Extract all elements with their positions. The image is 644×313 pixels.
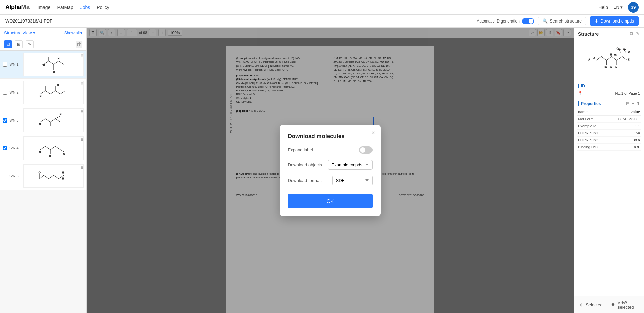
chevron-down-icon: ▾ (80, 31, 82, 35)
id-value-row: 📍 No.1 of Page 1 (578, 91, 640, 95)
structure-item-1[interactable]: S/N:1 O O N (0, 51, 86, 79)
plus-icon: ⊕ (580, 302, 584, 307)
nav-image[interactable]: Image (38, 5, 51, 10)
svg-text:N: N (60, 113, 61, 115)
prop-table-header: name value (577, 108, 641, 116)
download-objects-label: Download objects: (288, 162, 324, 167)
svg-text:N: N (610, 53, 612, 56)
structure-item-5[interactable]: S/N:5 O N H (0, 162, 86, 190)
svg-text:A: A (588, 58, 590, 61)
svg-line-1 (49, 61, 54, 64)
expand-label-toggle[interactable] (359, 146, 373, 154)
structure-image-4: O N H (23, 136, 84, 160)
modal-ok-button[interactable]: OK (288, 194, 373, 208)
export-property-icon[interactable]: ⬆ (636, 101, 640, 106)
svg-line-63 (606, 56, 611, 60)
download-objects-select[interactable]: Example cmpds All cmpds Selected cmpds (328, 160, 373, 170)
help-button[interactable]: Help (598, 5, 608, 10)
structure-checkbox-4[interactable] (3, 146, 7, 150)
edit-structure-icon[interactable]: ✎ (636, 31, 640, 37)
selected-button[interactable]: ⊕ Selected (574, 296, 609, 313)
zoom-icon-3[interactable]: ⊕ (80, 109, 84, 114)
prop-row-3: FLIPR hOx2 38 a (577, 137, 641, 144)
structure-checkbox-3[interactable] (3, 118, 7, 123)
svg-line-14 (60, 91, 65, 94)
nav-jobs[interactable]: Jobs (80, 5, 90, 10)
structure-label-2: S/N:2 (9, 90, 21, 94)
prop-value-3: 38 a (633, 138, 640, 142)
nav-links: Image PatMap Jobs Policy (38, 5, 109, 10)
user-avatar[interactable]: 39 (628, 2, 639, 13)
structure-item-4[interactable]: S/N:4 O N H (0, 134, 86, 162)
modal-expand-label-row: Expand label (288, 146, 373, 154)
svg-text:N: N (39, 123, 41, 125)
svg-line-21 (50, 119, 55, 122)
structure-item-2[interactable]: S/N:2 N H (0, 79, 86, 106)
download-format-select[interactable]: SDF MOL CSV (332, 176, 373, 185)
right-panel-icons: ⧉ ✎ (630, 31, 640, 37)
prop-name-4: Binding I hC (578, 145, 634, 149)
structure-checkbox-2[interactable] (3, 90, 7, 95)
center-area: ☰ 🔍 ↑ ↓ of 98 − + 100% ⤢ 📂 🖨 🔖 ⋯ (87, 28, 574, 313)
svg-line-29 (50, 146, 55, 150)
zoom-icon-1[interactable]: ⊕ (80, 53, 84, 58)
properties-table: name value Mol Formul: C15H3N2C... Examp… (574, 108, 644, 151)
view-selected-button[interactable]: 👁 View selected (609, 296, 644, 313)
nav-patmap[interactable]: PatMap (57, 5, 73, 10)
prop-value-4: n d. (634, 145, 640, 149)
prop-icons: ⊟ + ⬆ (626, 101, 640, 106)
download-format-label: Download format: (288, 178, 328, 183)
svg-line-28 (45, 146, 50, 150)
expand-label-text: Expand label (288, 147, 355, 152)
checkbox-tool-btn[interactable]: ☑ (4, 40, 12, 48)
add-property-icon[interactable]: + (632, 101, 634, 106)
properties-header: Properties ⊟ + ⬆ (574, 99, 644, 108)
svg-text:H: H (62, 177, 64, 180)
grid-tool-btn[interactable]: ⊞ (15, 40, 23, 48)
svg-line-64 (611, 56, 616, 60)
eye-icon: 👁 (611, 302, 615, 307)
svg-line-32 (60, 150, 64, 152)
structure-image-2: N H (23, 81, 84, 104)
edit-tool-btn[interactable]: ✎ (26, 40, 34, 48)
right-panel-title: Structure (578, 31, 627, 37)
zoom-icon-5[interactable]: ⊕ (80, 165, 84, 170)
svg-text:N: N (58, 57, 59, 60)
structure-item-3[interactable]: S/N:3 N N (0, 106, 86, 134)
delete-tool-btn[interactable]: 🗑 (76, 41, 82, 48)
prop-col-value: value (631, 110, 640, 114)
modal-overlay: Download molecules × Expand label Downlo… (87, 28, 574, 313)
show-all-button[interactable]: Show all ▾ (64, 31, 82, 35)
modal-close-button[interactable]: × (371, 130, 375, 137)
download-cmpds-button[interactable]: ⬇ Download cmpds (590, 16, 639, 26)
right-sidebar: Structure ⧉ ✎ A (574, 28, 644, 313)
svg-text:O: O (628, 51, 630, 53)
search-structure-button[interactable]: 🔍 Search structure (538, 17, 586, 25)
toggle-properties-icon[interactable]: ⊟ (626, 101, 630, 106)
auto-id-toggle[interactable] (522, 18, 534, 24)
copy-icon[interactable]: ⧉ (630, 31, 633, 37)
svg-line-65 (617, 56, 622, 60)
svg-line-39 (54, 175, 59, 179)
lang-selector[interactable]: EN ▾ (613, 5, 623, 10)
svg-line-37 (44, 175, 49, 179)
structure-view-dropdown[interactable]: Structure view ▾ (4, 30, 35, 35)
svg-line-3 (59, 61, 64, 64)
nav-right: Help EN ▾ 39 (598, 2, 639, 13)
structure-checkbox-5[interactable] (3, 174, 7, 178)
svg-line-27 (40, 146, 45, 150)
svg-text:H: H (49, 155, 51, 157)
structure-preview: A E N R₂ R₃ R₄ A R₁ R₅ R₆ O O (574, 40, 644, 81)
svg-text:H: H (57, 84, 59, 86)
svg-text:O: O (63, 153, 65, 155)
svg-line-10 (40, 91, 45, 94)
structure-checkbox-1[interactable] (3, 62, 7, 67)
zoom-icon-2[interactable]: ⊕ (80, 81, 84, 86)
structure-image-3: N N (23, 108, 84, 132)
right-panel-header: Structure ⧉ ✎ (574, 28, 644, 40)
zoom-icon-4[interactable]: ⊕ (80, 137, 84, 142)
structure-label-5: S/N:5 (9, 174, 21, 178)
nav-policy[interactable]: Policy (97, 5, 109, 10)
download-molecules-modal: Download molecules × Expand label Downlo… (280, 125, 381, 216)
id-value: No.1 of Page 1 (615, 91, 640, 95)
